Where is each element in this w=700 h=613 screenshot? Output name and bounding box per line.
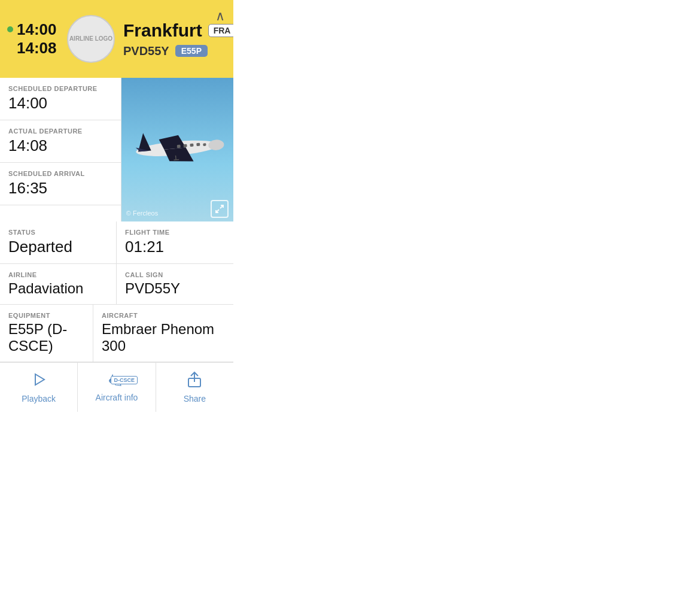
scheduled-departure-label: SCHEDULED DEPARTURE [8, 85, 112, 92]
share-nav-item[interactable]: Share [156, 363, 233, 412]
top-section: SCHEDULED DEPARTURE 14:00 ACTUAL DEPARTU… [0, 78, 233, 221]
actual-departure-item: ACTUAL DEPARTURE 14:08 [0, 120, 121, 163]
call-sign-cell: CALL SIGN PVD55Y [117, 264, 233, 305]
equipment-label: EQUIPMENT [8, 312, 84, 319]
flight-time-value: 01:21 [125, 238, 225, 256]
scheduled-departure-item: SCHEDULED DEPARTURE 14:00 [0, 78, 121, 120]
aircraft-cell: AIRCRAFT Embraer Phenom 300 [93, 305, 233, 362]
airline-cell: AIRLINE Padaviation [0, 264, 117, 305]
share-label: Share [184, 394, 206, 403]
scheduled-departure-value: 14:00 [8, 94, 112, 113]
departure-time: 14:00 [17, 20, 57, 39]
aircraft-info-icon: D-CSCE [106, 372, 127, 389]
playback-nav-item[interactable]: Playback [0, 363, 78, 412]
svg-line-12 [174, 160, 179, 160]
flight-number: PVD55Y [123, 44, 169, 58]
aircraft-info-nav-item[interactable]: D-CSCE Aircraft info [78, 363, 156, 412]
equipment-value: E55P (D-CSCE) [8, 321, 84, 354]
airline-logo-text: AIRLINE LOGO [69, 35, 112, 43]
svg-rect-9 [197, 143, 200, 147]
status-dot [7, 26, 13, 32]
aircraft-value: Embraer Phenom 300 [102, 321, 225, 354]
aircraft-label: AIRCRAFT [102, 312, 225, 319]
flight-time-label: FLIGHT TIME [125, 229, 225, 236]
svg-rect-7 [184, 144, 187, 148]
aircraft-image[interactable]: © Fercleos [121, 78, 233, 221]
playback-icon [31, 371, 47, 390]
flight-header: 14:00 14:08 AIRLINE LOGO Frankfurt FRA P… [0, 0, 233, 78]
expand-image-button[interactable] [211, 200, 229, 218]
svg-rect-8 [190, 144, 194, 147]
actual-departure-value: 14:08 [8, 136, 112, 155]
collapse-chevron-icon[interactable]: ∧ [215, 8, 225, 24]
status-label: STATUS [8, 229, 108, 236]
plane-illustration [128, 122, 227, 173]
departure-info: SCHEDULED DEPARTURE 14:00 ACTUAL DEPARTU… [0, 78, 121, 221]
details-grid: STATUS Departed FLIGHT TIME 01:21 AIRLIN… [0, 221, 233, 305]
image-copyright: © Fercleos [126, 210, 158, 217]
header-flight-info: Frankfurt FRA PVD55Y E55P [123, 20, 233, 58]
aircraft-type-badge: E55P [175, 45, 208, 57]
aircraft-reg-tag: D-CSCE [111, 376, 138, 384]
call-sign-label: CALL SIGN [125, 271, 225, 278]
svg-marker-15 [35, 374, 44, 385]
flight-time-cell: FLIGHT TIME 01:21 [117, 221, 233, 264]
status-value: Departed [8, 238, 108, 256]
playback-label: Playback [22, 394, 56, 403]
scheduled-arrival-label: SCHEDULED ARRIVAL [8, 170, 112, 177]
call-sign-value: PVD55Y [125, 280, 225, 297]
aircraft-info-label: Aircraft info [96, 393, 138, 402]
actual-time: 14:08 [17, 39, 57, 57]
svg-rect-6 [177, 145, 181, 148]
city-name: Frankfurt [123, 20, 202, 41]
equipment-row: EQUIPMENT E55P (D-CSCE) AIRCRAFT Embraer… [0, 305, 233, 362]
status-cell: STATUS Departed [0, 221, 117, 264]
header-times: 14:00 14:08 [7, 20, 61, 57]
bottom-navigation: Playback D-CSCE Aircraft info [0, 362, 233, 412]
share-icon [187, 371, 202, 390]
airline-value: Padaviation [8, 280, 108, 297]
scheduled-arrival-value: 16:35 [8, 179, 112, 198]
iata-code: FRA [208, 24, 233, 37]
scheduled-arrival-item: SCHEDULED ARRIVAL 16:35 [0, 163, 121, 205]
airline-logo: AIRLINE LOGO [67, 15, 115, 63]
actual-departure-label: ACTUAL DEPARTURE [8, 128, 112, 135]
equipment-cell: EQUIPMENT E55P (D-CSCE) [0, 305, 93, 362]
airline-label: AIRLINE [8, 271, 108, 278]
